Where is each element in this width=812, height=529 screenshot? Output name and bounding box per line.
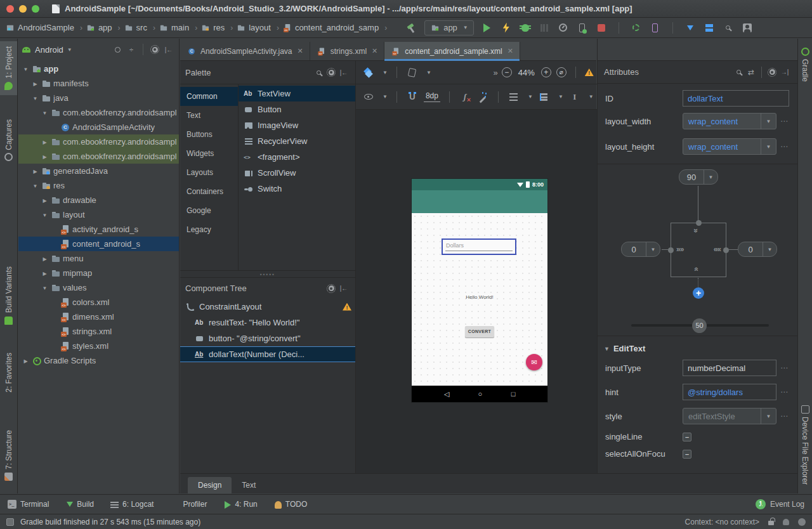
tree-row[interactable]: com.ebookfrenzy.androidsample xyxy=(18,105,179,120)
tool-window-button-device-file-explorer[interactable]: Device File Explorer xyxy=(798,400,812,490)
palette-item[interactable]: <fragment> xyxy=(239,149,355,165)
left-margin-select[interactable]: 0 ▼ xyxy=(621,242,660,257)
layout-height-select[interactable]: wrap_content ▼ xyxy=(683,138,776,155)
editor-tab[interactable]: AndroidSampleActivity.java ✕ xyxy=(180,42,310,60)
more-options-icon[interactable]: ⋯ xyxy=(780,412,789,421)
tree-expand-arrow[interactable] xyxy=(31,183,39,189)
tool-window-button[interactable]: TODO xyxy=(274,500,307,509)
tool-window-button[interactable]: Profiler xyxy=(170,500,207,509)
more-options-icon[interactable]: ⋯ xyxy=(780,363,789,372)
clear-constraints-button[interactable]: ʃ xyxy=(459,91,471,103)
gear-icon[interactable] xyxy=(766,66,778,79)
gear-icon[interactable] xyxy=(148,43,161,56)
run-button[interactable] xyxy=(481,22,493,34)
editor-tab[interactable]: strings.xml ✕ xyxy=(310,42,385,60)
tool-window-button[interactable]: 4: Run xyxy=(223,500,257,509)
top-margin-select[interactable]: 90 ▼ xyxy=(679,169,718,185)
right-margin-select[interactable]: 0 ▼ xyxy=(738,242,777,257)
tree-row[interactable]: content_android_s xyxy=(18,237,179,251)
palette-item[interactable]: RecyclerView xyxy=(239,133,355,149)
debug-button[interactable] xyxy=(520,22,531,34)
tool-window-button[interactable]: 2: Favorites xyxy=(0,348,17,409)
zoom-in-button[interactable]: + xyxy=(541,67,551,77)
tree-expand-arrow[interactable] xyxy=(41,139,49,145)
pack-button[interactable] xyxy=(508,91,520,103)
palette-item[interactable]: Button xyxy=(239,101,355,117)
bias-knob[interactable]: 50 xyxy=(692,318,707,333)
zoom-out-button[interactable]: − xyxy=(502,67,512,77)
sync-gradle-button[interactable] xyxy=(631,22,642,34)
tree-row[interactable]: layout xyxy=(18,207,179,222)
dollars-edittext[interactable]: Dollars xyxy=(442,238,516,255)
close-icon[interactable]: ✕ xyxy=(372,47,377,55)
tree-expand-arrow[interactable] xyxy=(41,256,49,262)
tool-window-button[interactable]: Captures xyxy=(0,114,17,167)
search-icon[interactable] xyxy=(312,66,325,79)
fab-button[interactable]: ✉ xyxy=(526,354,542,370)
tool-window-button[interactable]: 1: Project xyxy=(0,41,17,95)
more-options-icon[interactable]: ⋯ xyxy=(780,117,789,126)
tree-row[interactable]: java xyxy=(18,91,179,105)
palette-category[interactable]: Containers xyxy=(180,182,238,201)
overflow-chevron-icon[interactable]: » xyxy=(493,68,496,77)
gear-icon[interactable] xyxy=(325,66,337,79)
project-structure-button[interactable] xyxy=(704,22,715,34)
orientation-select[interactable] xyxy=(406,66,419,79)
palette-item[interactable]: Switch xyxy=(239,181,355,197)
event-log-button[interactable]: 1 Event Log xyxy=(756,499,804,509)
style-select[interactable]: editTextStyle ▼ xyxy=(683,408,776,424)
convert-button[interactable]: CONVERT xyxy=(465,326,494,337)
tree-row[interactable]: menu xyxy=(18,251,179,266)
make-project-button[interactable] xyxy=(405,22,417,34)
gear-icon[interactable] xyxy=(325,282,337,295)
tree-row[interactable]: dimens.xml xyxy=(18,310,179,324)
design-canvas[interactable]: 8:00 Dollars Hello World! CONVERT ✉ xyxy=(356,110,600,473)
view-options-button[interactable] xyxy=(362,91,375,103)
tree-row[interactable]: AndroidSampleActivity xyxy=(18,120,179,134)
default-margin-button[interactable]: 8dp xyxy=(424,91,440,102)
tree-row[interactable]: strings.xml xyxy=(18,324,179,339)
top-anchor[interactable] xyxy=(696,220,702,226)
hide-panel-button[interactable]: |← xyxy=(337,282,350,295)
swap-view-button[interactable]: ⇄ xyxy=(745,66,757,79)
avd-manager-button[interactable] xyxy=(650,22,661,34)
palette-item[interactable]: ScrollView xyxy=(239,165,355,181)
more-options-icon[interactable]: ⋯ xyxy=(780,142,789,151)
tool-window-button[interactable]: Terminal xyxy=(8,500,49,509)
breadcrumb-item[interactable]: app › xyxy=(86,23,124,33)
tool-window-button[interactable]: 6: Logcat xyxy=(110,500,154,509)
tool-window-button[interactable]: Build Variants xyxy=(0,261,17,329)
palette-category[interactable]: Text xyxy=(180,106,238,125)
tree-row[interactable]: generatedJava xyxy=(18,164,179,178)
tool-window-button-gradle[interactable]: Gradle xyxy=(798,42,812,87)
search-icon[interactable] xyxy=(732,66,745,79)
zoom-to-fit-button[interactable]: ⌀ xyxy=(556,67,566,77)
add-constraint-button[interactable]: + xyxy=(693,287,704,299)
stop-button[interactable] xyxy=(596,22,607,34)
hint-field[interactable]: @string/dollars xyxy=(683,384,776,400)
search-everywhere-button[interactable] xyxy=(723,22,734,34)
design-mode-select[interactable] xyxy=(362,66,375,79)
splitter-handle[interactable]: ▪▪▪▪▪ xyxy=(180,271,355,278)
tree-expand-arrow[interactable] xyxy=(31,95,39,101)
palette-category[interactable]: Google xyxy=(180,201,238,220)
edittext-section-header[interactable]: ▼ EditText xyxy=(598,336,797,353)
constraint-box[interactable]: » »» «« » xyxy=(671,223,726,277)
editor-tab[interactable]: content_android_sample.xml ✕ xyxy=(384,42,520,60)
tree-expand-arrow[interactable] xyxy=(41,212,49,218)
tree-expand-arrow[interactable] xyxy=(22,358,30,364)
infer-constraints-button[interactable] xyxy=(476,91,489,103)
tree-expand-arrow[interactable] xyxy=(41,110,49,116)
tree-expand-arrow[interactable] xyxy=(31,81,39,87)
result-textview[interactable]: Hello World! xyxy=(412,294,547,300)
breadcrumb-item[interactable]: AndroidSample › xyxy=(5,23,86,33)
palette-item[interactable]: TextView xyxy=(239,86,355,101)
select-all-on-focus-checkbox[interactable]: – xyxy=(683,450,691,459)
tree-expand-arrow[interactable] xyxy=(22,66,30,72)
input-type-field[interactable]: numberDecimal xyxy=(683,360,776,376)
lock-icon[interactable] xyxy=(768,521,774,525)
breadcrumb-item[interactable]: layout › xyxy=(236,23,282,33)
tree-expand-arrow[interactable] xyxy=(41,270,49,277)
tree-row[interactable]: values xyxy=(18,280,179,295)
close-window-button[interactable] xyxy=(6,5,14,13)
